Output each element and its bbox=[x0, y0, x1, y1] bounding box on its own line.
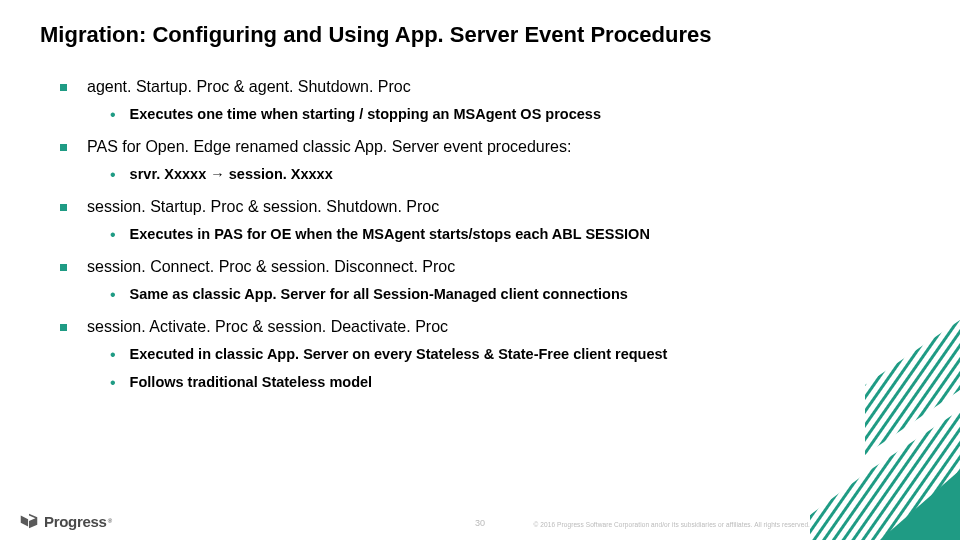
slide: Migration: Configuring and Using App. Se… bbox=[0, 0, 960, 540]
bullet-text: session. Connect. Proc & session. Discon… bbox=[87, 258, 455, 276]
svg-marker-3 bbox=[880, 470, 960, 540]
sub-bullet-text: Executes in PAS for OE when the MSAgent … bbox=[130, 226, 650, 242]
list-item: agent. Startup. Proc & agent. Shutdown. … bbox=[40, 78, 920, 124]
dot-bullet-icon: • bbox=[110, 286, 116, 304]
sub-list-item: •Executed in classic App. Server on ever… bbox=[40, 346, 920, 364]
bullet-text: agent. Startup. Proc & agent. Shutdown. … bbox=[87, 78, 411, 96]
bullet-text: session. Startup. Proc & session. Shutdo… bbox=[87, 198, 439, 216]
dot-bullet-icon: • bbox=[110, 374, 116, 392]
sub-bullet-text: Follows traditional Stateless model bbox=[130, 374, 373, 390]
list-item: PAS for Open. Edge renamed classic App. … bbox=[40, 138, 920, 184]
progress-chevron-icon bbox=[18, 510, 40, 532]
slide-title: Migration: Configuring and Using App. Se… bbox=[40, 22, 920, 48]
sub-list: •Executes one time when starting / stopp… bbox=[40, 106, 920, 124]
square-bullet-icon bbox=[60, 264, 67, 271]
square-bullet-icon bbox=[60, 324, 67, 331]
list-item: session. Activate. Proc & session. Deact… bbox=[40, 318, 920, 392]
sub-list-item: •Executes one time when starting / stopp… bbox=[40, 106, 920, 124]
sub-list: •Same as classic App. Server for all Ses… bbox=[40, 286, 920, 304]
bullet-text: session. Activate. Proc & session. Deact… bbox=[87, 318, 448, 336]
registered-mark: ® bbox=[108, 518, 112, 524]
list-item: session. Startup. Proc & session. Shutdo… bbox=[40, 198, 920, 244]
dot-bullet-icon: • bbox=[110, 226, 116, 244]
sub-list-item: •Follows traditional Stateless model bbox=[40, 374, 920, 392]
brand-name: Progress bbox=[44, 513, 107, 530]
copyright-text: © 2016 Progress Software Corporation and… bbox=[533, 521, 810, 528]
dot-bullet-icon: • bbox=[110, 346, 116, 364]
sub-list-item: •srvr. Xxxxx → session. Xxxxx bbox=[40, 166, 920, 184]
bullet-text: PAS for Open. Edge renamed classic App. … bbox=[87, 138, 571, 156]
svg-marker-2 bbox=[810, 410, 960, 540]
list-item: session. Connect. Proc & session. Discon… bbox=[40, 258, 920, 304]
sub-bullet-text: Same as classic App. Server for all Sess… bbox=[130, 286, 628, 302]
square-bullet-icon bbox=[60, 144, 67, 151]
sub-bullet-text: Executed in classic App. Server on every… bbox=[130, 346, 668, 362]
sub-bullet-text: Executes one time when starting / stoppi… bbox=[130, 106, 601, 122]
sub-list-item: •Executes in PAS for OE when the MSAgent… bbox=[40, 226, 920, 244]
dot-bullet-icon: • bbox=[110, 166, 116, 184]
square-bullet-icon bbox=[60, 84, 67, 91]
bullet-list: agent. Startup. Proc & agent. Shutdown. … bbox=[40, 78, 920, 392]
page-number: 30 bbox=[475, 518, 485, 528]
brand-logo: Progress® bbox=[18, 510, 112, 532]
sub-bullet-text: srvr. Xxxxx → session. Xxxxx bbox=[130, 166, 333, 182]
sub-list: •srvr. Xxxxx → session. Xxxxx bbox=[40, 166, 920, 184]
sub-list-item: •Same as classic App. Server for all Ses… bbox=[40, 286, 920, 304]
dot-bullet-icon: • bbox=[110, 106, 116, 124]
sub-list: •Executes in PAS for OE when the MSAgent… bbox=[40, 226, 920, 244]
square-bullet-icon bbox=[60, 204, 67, 211]
sub-list: •Executed in classic App. Server on ever… bbox=[40, 346, 920, 392]
